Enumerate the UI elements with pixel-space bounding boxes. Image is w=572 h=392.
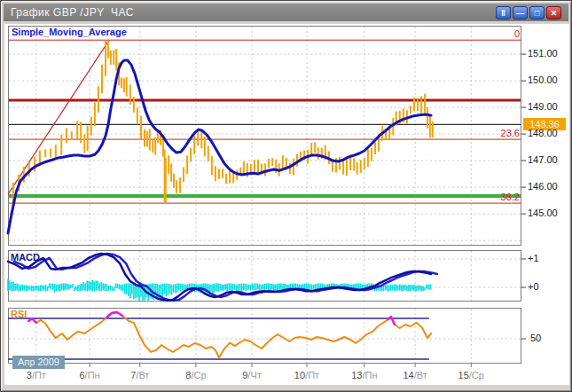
date-axis-label: 3/Пт [27, 370, 46, 380]
fib-level-236-label: 23.6 [466, 128, 520, 138]
date-axis-label: 6/Пн [79, 370, 99, 380]
price-axis-label: 149.00 [528, 101, 558, 112]
date-axis-label: 7/Вт [130, 370, 149, 380]
macd-axis-label: +1 [528, 253, 539, 263]
maximize-icon: □ [535, 9, 539, 18]
macd-axis-label: +0 [528, 281, 539, 292]
fib-level-0-label: 0 [466, 28, 520, 39]
price-axis-label: 151.00 [528, 48, 558, 59]
month-badge: Апр 2009 [12, 356, 65, 369]
window-controls: ‖ — □ ✕ [496, 6, 568, 20]
chart-window: График GBP /JPY ЧАС ‖ — □ ✕ Simple_Movin… [0, 0, 572, 392]
date-axis-label: 15/Ср [458, 370, 484, 380]
date-axis-label: 13/Пн [351, 370, 377, 380]
title-bar[interactable]: График GBP /JPY ЧАС ‖ — □ ✕ [4, 4, 568, 21]
date-axis-label: 9/Чт [242, 370, 262, 380]
price-axis-label: 147.00 [528, 154, 558, 165]
minimize-icon: — [516, 9, 524, 18]
pause-button[interactable]: ‖ [496, 6, 511, 20]
macd-indicator-label: MACD [11, 252, 40, 263]
maximize-button[interactable]: □ [529, 6, 545, 20]
chart-canvas[interactable] [4, 24, 569, 385]
price-axis-label: 146.00 [528, 181, 558, 192]
price-axis-label: 150.00 [528, 74, 558, 85]
date-axis-label: 14/Вт [403, 370, 427, 380]
fib-level-382-label: 38.2 [466, 192, 520, 202]
close-button[interactable]: ✕ [546, 6, 561, 20]
price-axis-label: 145.00 [528, 208, 558, 218]
window-title: График GBP /JPY ЧАС [4, 6, 134, 19]
date-axis-label: 10/Пт [294, 370, 319, 380]
date-axis-label: 8/Ср [185, 370, 206, 380]
chart-client-area[interactable]: Simple_Moving_Average MACD RSI 0 23.6 38… [4, 24, 569, 385]
price-axis-label: 148.00 [528, 128, 558, 138]
minimize-button[interactable]: — [513, 6, 528, 20]
close-icon: ✕ [551, 9, 558, 18]
rsi-indicator-label: RSI [11, 309, 27, 319]
rsi-axis-label: 50 [530, 333, 541, 343]
pause-icon: ‖ [501, 9, 505, 18]
sma-indicator-label: Simple_Moving_Average [12, 27, 127, 37]
